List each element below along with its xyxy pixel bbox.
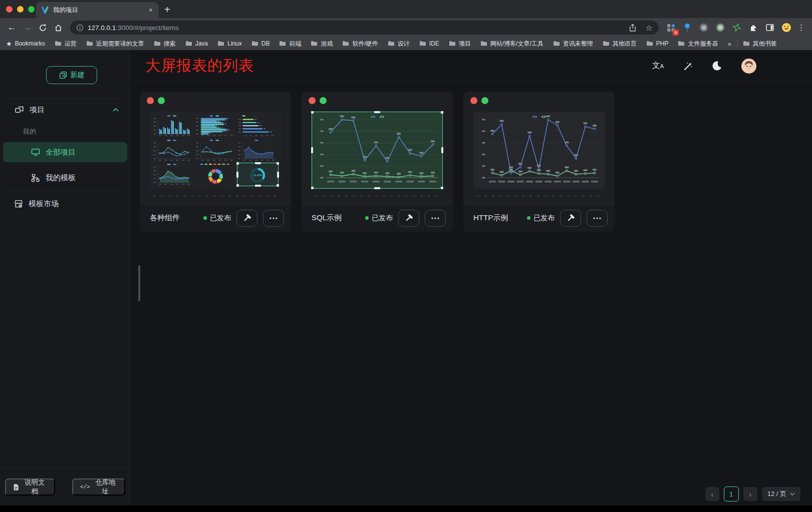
bookmark-item[interactable]: 网站/博客/文章/工具 bbox=[480, 40, 544, 48]
sidebar-section-project[interactable]: 项目 bbox=[0, 99, 130, 120]
user-avatar[interactable] bbox=[741, 59, 756, 74]
scrollbar-thumb[interactable] bbox=[138, 265, 140, 301]
mini-chart-hbar2 bbox=[237, 114, 279, 138]
project-card[interactable]: SQL示例 已发布 bbox=[302, 92, 453, 232]
more-button[interactable] bbox=[425, 210, 446, 227]
selection-handle[interactable] bbox=[277, 172, 279, 178]
repo-button[interactable]: </> 仓库地址 bbox=[72, 478, 125, 495]
minimize-window-icon[interactable] bbox=[17, 6, 24, 13]
new-project-button[interactable]: 新建 bbox=[46, 66, 97, 84]
docs-button[interactable]: 说明文档 bbox=[5, 478, 55, 495]
bookmark-label: 文件服务器 bbox=[688, 40, 718, 48]
selection-overlay[interactable] bbox=[237, 163, 279, 186]
page-size-select[interactable]: 12 / 页 bbox=[762, 487, 800, 501]
selection-handle[interactable] bbox=[311, 187, 314, 189]
tab-close-icon[interactable]: × bbox=[148, 6, 154, 14]
emoji-profile-icon[interactable] bbox=[781, 23, 791, 33]
back-icon[interactable]: ← bbox=[8, 23, 16, 33]
bookmark-item[interactable]: 搜索 bbox=[154, 40, 176, 48]
browser-tab[interactable]: 我的项目 × bbox=[36, 2, 159, 18]
bookmark-item[interactable]: 近期需要读的文章 bbox=[86, 40, 144, 48]
status-dot bbox=[203, 216, 207, 220]
other-bookmarks[interactable]: 其他书签 bbox=[743, 40, 777, 48]
new-tab-button[interactable]: + bbox=[164, 4, 170, 16]
folder-icon bbox=[419, 41, 426, 47]
more-button[interactable] bbox=[587, 210, 608, 227]
bookmark-item[interactable]: IDE bbox=[419, 40, 439, 47]
bookmark-item[interactable]: PHP bbox=[646, 40, 669, 47]
bookmark-item[interactable]: 前端 bbox=[279, 40, 301, 48]
forward-icon[interactable]: → bbox=[23, 23, 32, 33]
bookmark-item[interactable]: 项目 bbox=[449, 40, 471, 48]
selection-handle[interactable] bbox=[441, 111, 443, 114]
card-preview-chart[interactable] bbox=[312, 112, 443, 189]
card-red-dot bbox=[309, 97, 316, 104]
card-preview-chart[interactable] bbox=[473, 112, 605, 189]
selection-handle[interactable] bbox=[311, 147, 313, 153]
selection-handle[interactable] bbox=[255, 162, 261, 164]
selection-handle[interactable] bbox=[441, 147, 443, 153]
selection-handle[interactable] bbox=[441, 187, 443, 189]
extension-grid-icon[interactable]: 9 bbox=[666, 23, 676, 33]
card-preview-mosaic[interactable]: 25.00% bbox=[150, 112, 281, 189]
bookmark-item[interactable]: Java bbox=[185, 40, 208, 47]
site-info-icon[interactable] bbox=[76, 24, 84, 32]
bookmark-star-icon[interactable]: ☆ bbox=[646, 23, 653, 33]
url-host: 127.0.0.1 bbox=[88, 24, 116, 32]
selection-handle[interactable] bbox=[311, 111, 314, 114]
sidebar-item-my-templates[interactable]: 我的模板 bbox=[0, 167, 130, 188]
balloon-extension-icon[interactable] bbox=[682, 23, 692, 33]
card-footer: 各种组件 已发布 bbox=[140, 204, 291, 232]
selection-handle[interactable] bbox=[374, 187, 380, 189]
bookmarks-overflow-chevron[interactable]: » bbox=[727, 40, 731, 48]
bookmark-item[interactable]: 游戏 bbox=[311, 40, 333, 48]
magic-wand-icon[interactable] bbox=[683, 61, 693, 71]
current-page-button[interactable]: 1 bbox=[724, 486, 739, 501]
bookmark-label: 运营 bbox=[65, 40, 77, 48]
green-star-extension-icon[interactable] bbox=[732, 23, 742, 33]
sidebar-group-mine: 我的 bbox=[23, 127, 36, 136]
share-icon[interactable] bbox=[629, 24, 637, 32]
bookmark-item[interactable]: 运营 bbox=[55, 40, 77, 48]
bookmark-item[interactable]: 软件/硬件 bbox=[342, 40, 378, 48]
bookmark-item[interactable]: 资讯未整理 bbox=[553, 40, 593, 48]
selection-overlay[interactable] bbox=[312, 112, 443, 189]
bookmark-item[interactable]: DB bbox=[251, 40, 270, 47]
bookmark-item[interactable]: 其他语言 bbox=[603, 40, 637, 48]
address-bar[interactable]: 127.0.0.1:3000/#/project/items ☆ bbox=[70, 21, 659, 35]
selection-handle[interactable] bbox=[236, 184, 239, 187]
edit-button[interactable] bbox=[560, 210, 581, 227]
bookmark-item[interactable]: 设计 bbox=[388, 40, 410, 48]
selection-handle[interactable] bbox=[255, 185, 261, 187]
edit-button[interactable] bbox=[236, 210, 257, 227]
selection-handle[interactable] bbox=[277, 162, 279, 165]
project-card[interactable]: 25.00% 各种组件 已发布 bbox=[140, 92, 291, 232]
selection-handle[interactable] bbox=[277, 184, 279, 187]
home-icon[interactable] bbox=[54, 24, 63, 32]
prev-page-button[interactable]: ‹ bbox=[705, 487, 719, 501]
browser-menu-icon[interactable]: ⋮ bbox=[797, 23, 805, 32]
store-icon bbox=[14, 200, 23, 208]
sidebar-item-all-projects[interactable]: 全部项目 bbox=[3, 142, 127, 162]
selection-handle[interactable] bbox=[374, 111, 380, 113]
selection-handle[interactable] bbox=[236, 162, 239, 165]
reload-icon[interactable] bbox=[39, 24, 47, 32]
maximize-window-icon[interactable] bbox=[28, 6, 35, 13]
next-page-button[interactable]: › bbox=[743, 487, 757, 501]
sidebar-item-template-market[interactable]: 模板市场 bbox=[0, 193, 130, 214]
language-icon[interactable]: 文A bbox=[652, 61, 664, 71]
selection-handle[interactable] bbox=[236, 172, 238, 178]
bookmark-item[interactable]: 文件服务器 bbox=[678, 40, 718, 48]
more-button[interactable] bbox=[263, 210, 284, 227]
project-card[interactable]: HTTP示例 已发布 bbox=[463, 92, 615, 232]
chevron-up-icon[interactable] bbox=[113, 108, 119, 112]
bookmark-item[interactable]: Linux bbox=[217, 40, 242, 47]
record-extension-icon[interactable] bbox=[715, 23, 725, 33]
edit-button[interactable] bbox=[398, 210, 419, 227]
puzzle-extensions-icon[interactable] bbox=[748, 23, 758, 33]
close-window-icon[interactable] bbox=[6, 6, 13, 13]
bookmark-root[interactable]: ★ Bookmarks bbox=[6, 40, 45, 48]
dark-mode-moon-icon[interactable] bbox=[712, 61, 722, 71]
command-extension-icon[interactable]: ⌘ bbox=[699, 23, 709, 33]
side-panel-icon[interactable] bbox=[765, 23, 775, 33]
